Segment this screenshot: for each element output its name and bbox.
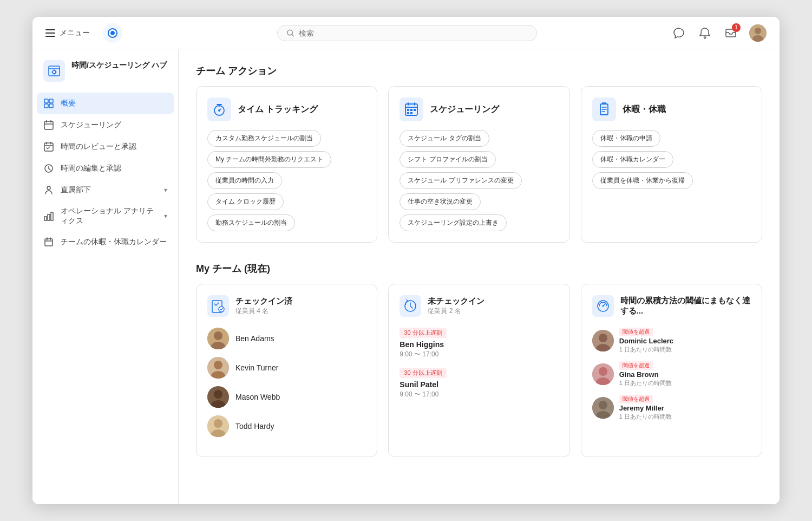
sidebar-item-overview[interactable]: 概要 bbox=[37, 93, 174, 114]
svg-rect-10 bbox=[44, 99, 48, 103]
time-review-icon bbox=[43, 141, 54, 152]
action-cards-grid: タイム トラッキング カスタム勤務スケジュールの割当 My チームの時間外勤務の… bbox=[196, 86, 762, 243]
menu-label: メニュー bbox=[60, 28, 90, 38]
sched-chip-1[interactable]: シフト プロファイルの割当 bbox=[400, 151, 495, 168]
leave-card: 休暇・休職 休暇・休職の申請 休暇・休職カレンダー 従業員を休職・休業から復帰 bbox=[581, 86, 762, 243]
time-edit-label: 時間の編集と承認 bbox=[61, 164, 121, 173]
search-input[interactable] bbox=[299, 29, 528, 37]
time-edit-icon bbox=[43, 163, 54, 174]
analytics-icon bbox=[43, 211, 54, 222]
team-calendar-icon bbox=[43, 237, 54, 248]
leave-chip-1[interactable]: 休暇・休職カレンダー bbox=[592, 151, 673, 168]
exceed-badge-2: 閾値を超過 bbox=[619, 395, 653, 403]
svg-point-49 bbox=[219, 307, 224, 312]
svg-point-2 bbox=[704, 37, 706, 38]
menu-button[interactable] bbox=[45, 29, 55, 37]
overview-label: 概要 bbox=[61, 99, 76, 108]
svg-rect-40 bbox=[410, 109, 412, 111]
time-tracking-chips: カスタム勤務スケジュールの割当 My チームの時間外勤務のリクエスト 従業員の時… bbox=[207, 130, 366, 231]
time-tracking-icon bbox=[207, 97, 231, 121]
sidebar-item-analytics[interactable]: オペレーショナル アナリティクス ▾ bbox=[32, 201, 178, 231]
checked-in-info: チェックイン済 従業員 4 名 bbox=[235, 296, 292, 316]
employee-name: Ben Adams bbox=[235, 334, 274, 343]
notification-icon[interactable] bbox=[697, 25, 712, 41]
leave-chip-2[interactable]: 従業員を休職・休業から復帰 bbox=[592, 172, 693, 189]
search-area bbox=[277, 25, 537, 41]
checked-in-list: Ben Adams Kevin Turner Mas bbox=[207, 328, 366, 437]
svg-point-70 bbox=[599, 367, 607, 376]
chip-3[interactable]: タイム クロック履歴 bbox=[207, 193, 284, 210]
scheduling-chips: スケジュール タグの割当 シフト プロファイルの割当 スケジュール プリファレン… bbox=[400, 130, 558, 231]
team-calendar-label: チームの休暇・休職カレンダー bbox=[61, 237, 167, 247]
svg-rect-29 bbox=[45, 239, 53, 246]
leave-card-title: 休暇・休職 bbox=[623, 104, 666, 115]
sched-chip-4[interactable]: スケジューリング設定の上書き bbox=[400, 214, 507, 231]
svg-point-57 bbox=[214, 390, 222, 399]
team-cards-grid: チェックイン済 従業員 4 名 Ben Adams bbox=[196, 284, 762, 457]
sidebar-item-time-edit[interactable]: 時間の編集と承認 bbox=[32, 158, 178, 179]
time-tracking-title: タイム トラッキング bbox=[238, 104, 318, 115]
sidebar-item-team-calendar[interactable]: チームの休暇・休職カレンダー bbox=[32, 231, 178, 253]
sidebar-item-scheduling[interactable]: スケジューリング bbox=[32, 114, 178, 136]
checked-in-icon bbox=[207, 295, 229, 317]
threshold-info: 時間の累積方法の閾値にまもなく達する... bbox=[620, 296, 751, 316]
chat-icon[interactable] bbox=[671, 25, 686, 41]
time-tracking-card: タイム トラッキング カスタム勤務スケジュールの割当 My チームの時間外勤務の… bbox=[196, 86, 377, 243]
svg-rect-11 bbox=[49, 99, 53, 103]
svg-line-1 bbox=[292, 34, 293, 36]
chip-2[interactable]: 従業員の時間の入力 bbox=[207, 172, 282, 189]
svg-rect-41 bbox=[414, 109, 416, 111]
inbox-badge: 1 bbox=[732, 23, 741, 32]
sched-chip-0[interactable]: スケジュール タグの割当 bbox=[400, 130, 489, 147]
chevron-down-icon-2: ▾ bbox=[164, 212, 167, 220]
checked-in-header: チェックイン済 従業員 4 名 bbox=[207, 295, 366, 317]
leave-chip-0[interactable]: 休暇・休職の申請 bbox=[592, 130, 660, 147]
team-actions-title: チーム アクション bbox=[196, 64, 762, 77]
header-actions: 1 bbox=[671, 24, 767, 42]
threshold-list: 閾値を超過 Dominic Leclerc 1 日あたりの時間数 閾値を超過 bbox=[592, 328, 751, 421]
threshold-sub-0: 1 日あたりの時間数 bbox=[619, 346, 673, 354]
sched-chip-3[interactable]: 仕事の空き状況の変更 bbox=[400, 193, 481, 210]
svg-point-51 bbox=[214, 331, 222, 340]
threshold-employee-info: 閾値を超過 Jeremy Miller 1 日あたりの時間数 bbox=[619, 395, 672, 421]
employee-name: Ben Higgins bbox=[400, 340, 558, 349]
exceed-badge-1: 閾値を超過 bbox=[619, 361, 653, 370]
sidebar-header: 時間/スケジューリング ハブ bbox=[32, 60, 178, 93]
sidebar-item-time-review[interactable]: 時間のレビューと承認 bbox=[32, 136, 178, 158]
direct-reports-label: 直属部下 bbox=[61, 185, 91, 195]
threshold-header: 時間の累積方法の閾値にまもなく達する... bbox=[592, 295, 751, 317]
late-badge-0: 30 分以上遅刻 bbox=[400, 328, 446, 338]
threshold-name-2: Jeremy Miller bbox=[619, 404, 672, 412]
time-tracking-card-header: タイム トラッキング bbox=[207, 97, 366, 121]
user-avatar[interactable] bbox=[749, 24, 767, 42]
leave-card-icon bbox=[592, 97, 616, 121]
sched-chip-2[interactable]: スケジュール プリファレンスの変更 bbox=[400, 172, 521, 189]
employee-name: Sunil Patel bbox=[400, 380, 558, 389]
employee-name: Mason Webb bbox=[235, 393, 280, 401]
not-checked-in-subtitle: 従業員 2 名 bbox=[428, 307, 484, 316]
threshold-name-0: Dominic Leclerc bbox=[619, 337, 673, 345]
leave-card-header: 休暇・休職 bbox=[592, 97, 751, 121]
analytics-label: オペレーショナル アナリティクス bbox=[61, 206, 158, 226]
table-row: 30 分以上遅刻 Ben Higgins 9:00 〜 17:00 bbox=[400, 328, 558, 359]
inbox-icon[interactable]: 1 bbox=[723, 25, 738, 41]
avatar bbox=[207, 357, 229, 379]
app-window: メニュー bbox=[32, 17, 780, 504]
header-left: メニュー bbox=[45, 23, 143, 43]
svg-point-25 bbox=[47, 186, 50, 190]
sidebar-item-direct-reports[interactable]: 直属部下 ▾ bbox=[32, 179, 178, 201]
not-checked-in-header: 未チェックイン 従業員 2 名 bbox=[400, 295, 558, 317]
svg-rect-43 bbox=[410, 112, 412, 114]
svg-rect-12 bbox=[44, 104, 48, 108]
threshold-sub-2: 1 日あたりの時間数 bbox=[619, 413, 672, 421]
svg-point-5 bbox=[755, 28, 761, 34]
chip-4[interactable]: 勤務スケジュールの割当 bbox=[207, 214, 295, 231]
table-row: 30 分以上遅刻 Sunil Patel 9:00 〜 17:00 bbox=[400, 368, 558, 399]
chip-0[interactable]: カスタム勤務スケジュールの割当 bbox=[207, 130, 321, 147]
scheduling-label: スケジューリング bbox=[61, 120, 121, 130]
chip-1[interactable]: My チームの時間外勤務のリクエスト bbox=[207, 151, 331, 168]
body-layout: 時間/スケジューリング ハブ 概要 bbox=[32, 49, 780, 504]
avatar bbox=[207, 386, 229, 408]
svg-rect-27 bbox=[48, 214, 50, 220]
not-checked-in-list: 30 分以上遅刻 Ben Higgins 9:00 〜 17:00 30 分以上… bbox=[400, 328, 558, 399]
